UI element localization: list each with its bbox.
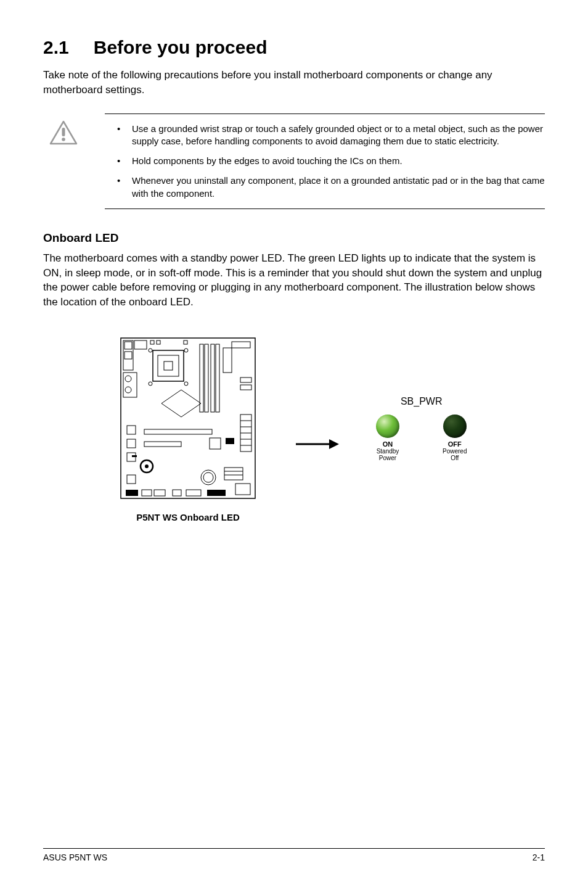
- svg-marker-27: [161, 390, 201, 417]
- svg-rect-11: [150, 340, 154, 344]
- led-legend-block: SB_PWR ON Standby Power OFF Powered Off: [376, 396, 467, 461]
- svg-point-9: [125, 376, 131, 382]
- svg-rect-56: [173, 490, 181, 496]
- svg-rect-24: [216, 344, 219, 412]
- svg-rect-1: [62, 128, 65, 136]
- svg-rect-29: [240, 385, 251, 390]
- svg-rect-41: [132, 455, 137, 457]
- svg-point-10: [125, 387, 131, 393]
- svg-point-18: [184, 349, 188, 352]
- led-on-state: ON: [383, 440, 393, 448]
- led-off-item: OFF Powered Off: [443, 415, 467, 461]
- svg-point-20: [184, 382, 188, 386]
- svg-point-17: [149, 349, 152, 352]
- caution-item: Use a grounded wrist strap or touch a sa…: [132, 123, 545, 148]
- motherboard-diagram: [117, 334, 259, 507]
- led-row: ON Standby Power OFF Powered Off: [376, 415, 467, 461]
- onboard-led-body: The motherboard comes with a standby pow…: [43, 251, 545, 310]
- svg-rect-57: [186, 490, 201, 496]
- svg-rect-16: [164, 361, 173, 370]
- svg-marker-60: [329, 439, 339, 449]
- intro-paragraph: Take note of the following precautions b…: [43, 68, 545, 97]
- svg-rect-39: [144, 442, 181, 447]
- caution-list: Use a grounded wrist strap or touch a sa…: [105, 123, 545, 200]
- svg-rect-3: [121, 338, 255, 498]
- motherboard-diagram-block: P5NT WS Onboard LED: [117, 334, 259, 522]
- sbpwr-label: SB_PWR: [401, 396, 443, 407]
- caution-item: Hold components by the edges to avoid to…: [132, 155, 545, 167]
- svg-rect-54: [142, 490, 152, 496]
- svg-point-19: [149, 382, 152, 386]
- svg-rect-26: [232, 342, 250, 348]
- diagram-container: P5NT WS Onboard LED SB_PWR ON Standby Po…: [117, 334, 545, 522]
- section-title: Before you proceed: [94, 37, 267, 57]
- svg-point-48: [203, 472, 213, 482]
- caution-item: Whenever you uninstall any component, pl…: [132, 175, 545, 200]
- led-off-state: OFF: [448, 440, 462, 448]
- svg-rect-25: [223, 348, 232, 373]
- onboard-led-heading: Onboard LED: [43, 231, 545, 245]
- svg-rect-49: [224, 468, 243, 480]
- svg-rect-28: [240, 377, 251, 382]
- footer-right: 2-1: [533, 852, 545, 862]
- board-caption: P5NT WS Onboard LED: [136, 512, 240, 522]
- caution-block: Use a grounded wrist strap or touch a sa…: [105, 113, 545, 209]
- svg-rect-12: [157, 340, 160, 344]
- svg-rect-44: [226, 438, 234, 444]
- svg-rect-53: [126, 490, 138, 496]
- led-on-desc1: Standby: [377, 448, 399, 455]
- svg-rect-37: [144, 429, 212, 434]
- svg-rect-55: [154, 490, 165, 496]
- section-number: 2.1: [43, 37, 69, 58]
- svg-point-46: [145, 464, 149, 468]
- svg-rect-23: [211, 344, 214, 412]
- svg-rect-42: [127, 475, 136, 484]
- svg-rect-43: [210, 438, 221, 449]
- svg-rect-38: [127, 439, 136, 448]
- svg-rect-52: [235, 484, 250, 495]
- svg-rect-22: [205, 344, 208, 412]
- led-off-desc1: Powered: [443, 448, 467, 455]
- led-off-icon: [443, 415, 467, 438]
- svg-rect-36: [127, 426, 136, 434]
- svg-point-2: [62, 138, 65, 141]
- led-on-item: ON Standby Power: [376, 415, 399, 461]
- svg-rect-7: [134, 340, 147, 349]
- arrow-icon: [296, 438, 339, 450]
- footer-left: ASUS P5NT WS: [43, 852, 107, 862]
- svg-rect-15: [158, 355, 179, 376]
- svg-rect-6: [125, 352, 132, 359]
- svg-rect-58: [207, 490, 226, 496]
- led-on-icon: [376, 415, 399, 438]
- svg-rect-13: [184, 340, 187, 344]
- led-off-desc2: Off: [451, 455, 459, 461]
- page-footer: ASUS P5NT WS 2-1: [43, 848, 545, 862]
- svg-rect-5: [125, 342, 132, 349]
- led-on-desc2: Power: [379, 455, 396, 461]
- caution-icon: [49, 120, 78, 145]
- section-heading: 2.1Before you proceed: [43, 37, 545, 58]
- svg-rect-21: [200, 344, 203, 412]
